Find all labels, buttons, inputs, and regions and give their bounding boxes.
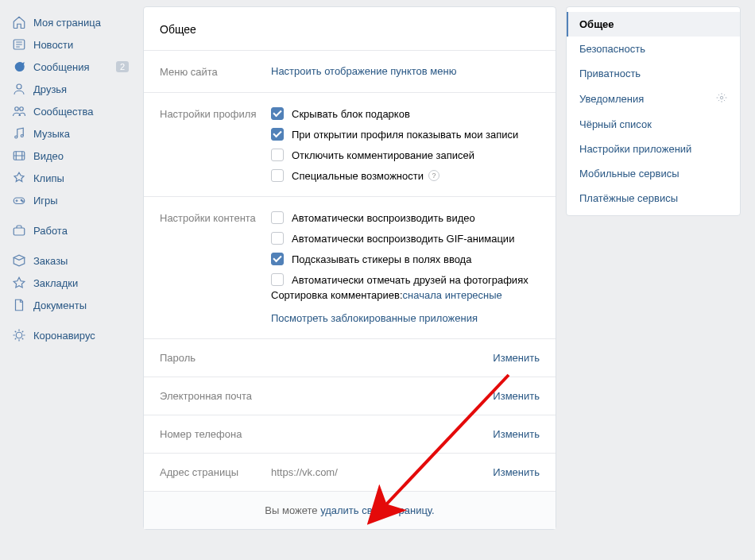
settings-tab[interactable]: Настройки приложений — [567, 137, 740, 161]
change-link[interactable]: Изменить — [493, 390, 540, 402]
nav-work[interactable]: Работа — [6, 219, 134, 241]
nav-video[interactable]: Видео — [6, 145, 134, 167]
tab-label: Безопасность — [579, 43, 645, 55]
change-link[interactable]: Изменить — [493, 352, 540, 364]
nav-bookmarks[interactable]: Закладки — [6, 272, 134, 294]
row-content-settings: Настройки контента Автоматически воспрои… — [144, 197, 556, 338]
settings-row: Адрес страницыhttps://vk.com/Изменить — [144, 454, 556, 491]
svg-point-5 — [21, 135, 23, 137]
document-icon — [11, 297, 27, 313]
nav-label: Музыка — [33, 128, 129, 140]
comment-sort-label: Сортировка комментариев: — [271, 289, 403, 301]
row-label: Адрес страницы — [160, 466, 271, 478]
settings-tab[interactable]: Общее — [567, 12, 740, 37]
svg-point-12 — [720, 96, 723, 99]
settings-row: ПарольИзменить — [144, 339, 556, 377]
nav-label: Друзья — [33, 83, 129, 95]
users-icon — [11, 103, 27, 119]
checkbox-option[interactable]: Скрывать блок подарков — [271, 107, 540, 120]
checkbox[interactable] — [271, 169, 284, 182]
settings-row: Электронная почтаИзменить — [144, 377, 556, 415]
nav-games[interactable]: Игры — [6, 189, 134, 211]
nav-label: Видео — [33, 150, 129, 162]
checkbox-option[interactable]: При открытии профиля показывать мои запи… — [271, 128, 540, 141]
nav-label: Документы — [33, 299, 129, 311]
music-icon — [11, 126, 27, 141]
unread-badge: 2 — [116, 61, 129, 72]
nav-label: Новости — [33, 39, 129, 51]
svg-point-11 — [16, 332, 22, 338]
home-icon — [11, 14, 27, 30]
row-value: https://vk.com/ — [271, 466, 493, 478]
checkbox[interactable] — [271, 253, 284, 265]
row-label: Электронная почта — [160, 390, 271, 402]
settings-tab[interactable]: Мобильные сервисы — [567, 161, 740, 186]
nav-documents[interactable]: Документы — [6, 294, 134, 316]
checkbox-option[interactable]: Подсказывать стикеры в полях ввода — [271, 253, 540, 265]
gamepad-icon — [11, 192, 27, 208]
checkbox-label: Отключить комментирование записей — [292, 149, 474, 161]
svg-rect-10 — [14, 228, 25, 235]
left-sidebar: Моя страница Новости Сообщения 2 Друзья … — [6, 6, 134, 530]
svg-point-8 — [21, 199, 22, 201]
settings-tab[interactable]: Приватность — [567, 61, 740, 86]
configure-menu-link[interactable]: Настроить отображение пунктов меню — [271, 65, 456, 77]
svg-point-2 — [15, 107, 19, 111]
checkbox-option[interactable]: Отключить комментирование записей — [271, 149, 540, 161]
nav-label: Игры — [33, 195, 129, 207]
gear-icon[interactable] — [716, 92, 727, 106]
nav-label: Закладки — [33, 277, 129, 289]
nav-messages[interactable]: Сообщения 2 — [6, 56, 134, 78]
checkbox-label: Специальные возможности — [292, 170, 424, 182]
nav-my-page[interactable]: Моя страница — [6, 11, 134, 33]
nav-label: Сообщества — [33, 106, 129, 118]
checkbox-option[interactable]: Автоматически отмечать друзей на фотогра… — [271, 273, 540, 286]
change-link[interactable]: Изменить — [493, 466, 540, 478]
checkbox-option[interactable]: Автоматически воспроизводить GIF-анимаци… — [271, 232, 540, 245]
settings-nav: ОбщееБезопасностьПриватностьУведомленияЧ… — [566, 6, 741, 216]
nav-friends[interactable]: Друзья — [6, 78, 134, 100]
checkbox[interactable] — [271, 107, 284, 120]
nav-clips[interactable]: Клипы — [6, 167, 134, 189]
comment-sort-link[interactable]: сначала интересные — [403, 289, 502, 301]
delete-footer: Вы можете удалить свою страницу. — [144, 491, 556, 529]
checkbox-label: Автоматически воспроизводить видео — [292, 212, 475, 224]
svg-point-3 — [20, 107, 24, 111]
checkbox[interactable] — [271, 149, 284, 161]
checkbox-label: Подсказывать стикеры в полях ввода — [292, 253, 471, 265]
checkbox-label: Скрывать блок подарков — [292, 108, 410, 120]
checkbox[interactable] — [271, 232, 284, 245]
change-link[interactable]: Изменить — [493, 428, 540, 440]
tab-label: Уведомления — [579, 93, 644, 105]
blocked-apps-link[interactable]: Посмотреть заблокированные приложения — [271, 312, 478, 324]
tab-label: Чёрный список — [579, 118, 652, 130]
checkbox[interactable] — [271, 211, 284, 224]
checkbox[interactable] — [271, 273, 284, 286]
help-icon[interactable]: ? — [428, 170, 439, 181]
checkbox[interactable] — [271, 128, 284, 141]
row-label: Меню сайта — [160, 65, 271, 78]
video-icon — [11, 148, 27, 164]
footer-text: Вы можете — [265, 504, 320, 516]
checkbox-option[interactable]: Специальные возможности? — [271, 169, 540, 182]
nav-label: Коронавирус — [33, 330, 129, 342]
nav-label: Клипы — [33, 172, 129, 184]
message-icon — [11, 59, 27, 75]
settings-tab[interactable]: Уведомления — [567, 86, 740, 112]
tab-label: Платёжные сервисы — [579, 192, 678, 204]
settings-tab[interactable]: Чёрный список — [567, 112, 740, 137]
nav-music[interactable]: Музыка — [6, 122, 134, 145]
nav-label: Заказы — [33, 255, 129, 267]
star-icon — [11, 275, 27, 291]
delete-page-link[interactable]: удалить свою страницу. — [320, 504, 435, 516]
clips-icon — [11, 170, 27, 186]
checkbox-option[interactable]: Автоматически воспроизводить видео — [271, 211, 540, 224]
settings-tab[interactable]: Платёжные сервисы — [567, 186, 740, 210]
settings-tab[interactable]: Безопасность — [567, 37, 740, 61]
nav-news[interactable]: Новости — [6, 33, 134, 56]
row-site-menu: Меню сайта Настроить отображение пунктов… — [144, 51, 556, 92]
nav-orders[interactable]: Заказы — [6, 249, 134, 272]
tab-label: Общее — [579, 18, 614, 30]
nav-communities[interactable]: Сообщества — [6, 100, 134, 122]
nav-coronavirus[interactable]: Коронавирус — [6, 324, 134, 346]
